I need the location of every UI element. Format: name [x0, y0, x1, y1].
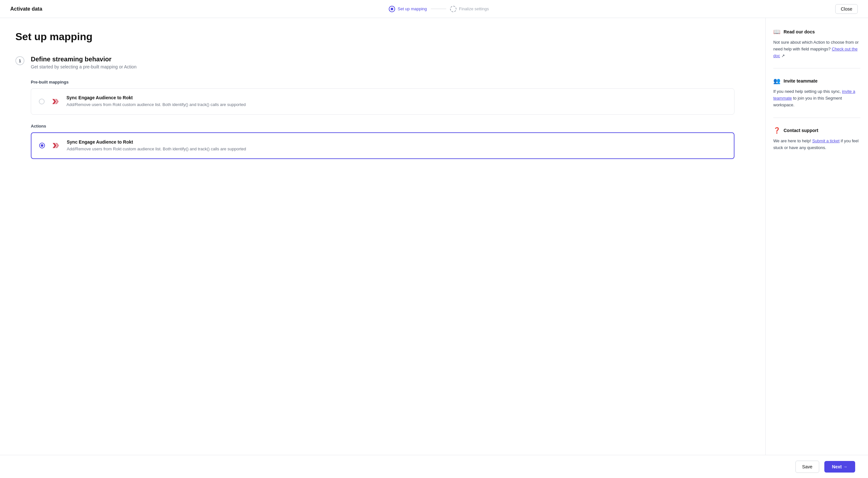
stepper: Set up mapping Finalize settings	[389, 6, 489, 12]
prebuilt-option-title: Sync Engage Audience to Rokt	[66, 95, 246, 100]
step-set-up-mapping-label: Set up mapping	[398, 6, 427, 11]
sidebar-docs-heading: Read our docs	[783, 29, 815, 34]
sidebar-invite-body-start: If you need help setting up this sync,	[773, 89, 841, 94]
sidebar-invite-body: If you need help setting up this sync, i…	[773, 88, 860, 108]
step-finalize-settings-label: Finalize settings	[459, 6, 489, 11]
sidebar-docs-body: Not sure about which Action to choose fr…	[773, 39, 860, 59]
prebuilt-option-description: Add/Remove users from Rokt custom audien…	[66, 101, 246, 108]
header: Activate data Set up mapping Finalize se…	[0, 0, 868, 18]
prebuilt-mappings-label: Pre-built mappings	[31, 80, 750, 85]
next-button[interactable]: Next →	[824, 461, 855, 473]
sidebar-support-link[interactable]: Submit a ticket	[812, 139, 839, 143]
step-set-up-mapping: Set up mapping	[389, 6, 427, 12]
step-1-heading: Define streaming behavior	[31, 56, 136, 63]
prebuilt-radio[interactable]	[39, 99, 44, 104]
step-active-circle	[389, 6, 395, 12]
step-connector	[431, 9, 446, 9]
step-1-description: Get started by selecting a pre-built map…	[31, 64, 136, 69]
footer: Save Next →	[0, 455, 868, 478]
right-sidebar: 📖 Read our docs Not sure about which Act…	[765, 18, 868, 478]
actions-label: Actions	[31, 124, 750, 128]
external-link-icon: ↗	[781, 53, 785, 58]
people-icon: 👥	[773, 78, 780, 85]
book-icon: 📖	[773, 28, 780, 35]
sidebar-docs-header: 📖 Read our docs	[773, 28, 860, 35]
action-option-text: Sync Engage Audience to Rokt Add/Remove …	[67, 140, 246, 152]
step-finalize-settings: Finalize settings	[450, 6, 489, 12]
step-1-header: Define streaming behavior Get started by…	[31, 56, 136, 69]
sidebar-support-body: We are here to help! Submit a ticket if …	[773, 138, 860, 151]
close-button[interactable]: Close	[835, 4, 858, 14]
actions-section: Actions Sync Engage Audience to Rokt Add…	[16, 124, 750, 159]
save-button[interactable]: Save	[796, 461, 819, 473]
sidebar-support-body-start: We are here to help!	[773, 139, 811, 143]
content-area: Set up mapping 1 Define streaming behavi…	[0, 18, 765, 478]
sidebar-invite: 👥 Invite teammate If you need help setti…	[773, 78, 860, 118]
step-inactive-circle	[450, 6, 457, 12]
sidebar-docs: 📖 Read our docs Not sure about which Act…	[773, 28, 860, 68]
action-radio[interactable]	[39, 143, 45, 148]
action-option-card[interactable]: Sync Engage Audience to Rokt Add/Remove …	[31, 132, 735, 159]
main-layout: Set up mapping 1 Define streaming behavi…	[0, 18, 868, 478]
sidebar-invite-header: 👥 Invite teammate	[773, 78, 860, 85]
step-1-number: 1	[16, 56, 24, 65]
help-icon: ❓	[773, 127, 780, 134]
rokt-icon-prebuilt	[50, 96, 61, 107]
action-option-description: Add/Remove users from Rokt custom audien…	[67, 146, 246, 152]
step-active-dot	[391, 8, 393, 10]
sidebar-invite-heading: Invite teammate	[783, 79, 817, 84]
prebuilt-option-card[interactable]: Sync Engage Audience to Rokt Add/Remove …	[31, 88, 735, 115]
action-option-title: Sync Engage Audience to Rokt	[67, 140, 246, 145]
rokt-icon-action	[50, 140, 62, 151]
prebuilt-option-text: Sync Engage Audience to Rokt Add/Remove …	[66, 95, 246, 108]
page-heading: Set up mapping	[16, 31, 750, 43]
sidebar-support-heading: Contact support	[783, 128, 818, 133]
sidebar-support-header: ❓ Contact support	[773, 127, 860, 134]
page-title: Activate data	[10, 6, 42, 12]
step-1-section: 1 Define streaming behavior Get started …	[16, 56, 750, 69]
sidebar-support: ❓ Contact support We are here to help! S…	[773, 127, 860, 160]
